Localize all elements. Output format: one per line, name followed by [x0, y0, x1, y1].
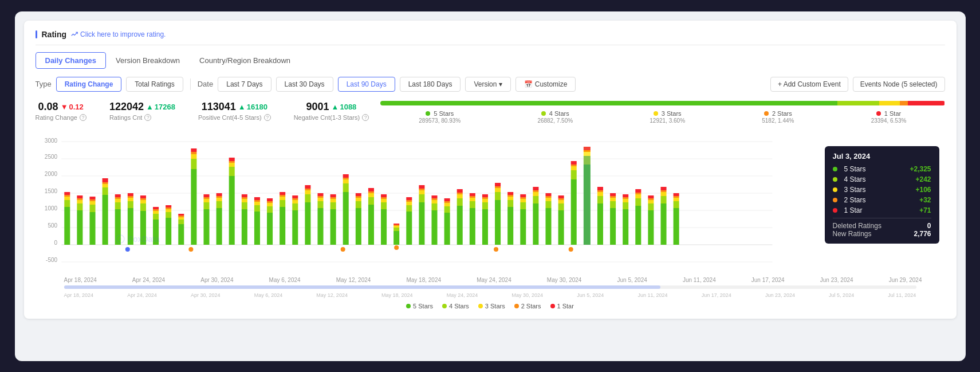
svg-rect-180: [469, 196, 475, 198]
svg-rect-219: [570, 166, 576, 170]
svg-rect-170: [444, 201, 450, 203]
customize-btn[interactable]: 📅 Customize: [515, 77, 576, 92]
svg-rect-259: [673, 198, 679, 201]
filter-row: Type Rating Change Total Ratings Date La…: [36, 77, 945, 92]
svg-rect-88: [241, 199, 247, 202]
svg-rect-211: [545, 193, 551, 196]
total-ratings-btn[interactable]: Total Ratings: [126, 77, 183, 92]
svg-rect-202: [533, 203, 538, 245]
svg-rect-109: [292, 198, 298, 200]
svg-rect-255: [660, 190, 666, 192]
svg-point-264: [494, 247, 498, 252]
svg-rect-126: [343, 192, 348, 245]
svg-rect-77: [216, 201, 222, 208]
svg-rect-141: [381, 209, 387, 245]
svg-rect-44: [127, 196, 133, 198]
svg-rect-105: [280, 192, 285, 195]
svg-rect-33: [102, 184, 108, 187]
svg-rect-135: [355, 193, 361, 196]
svg-rect-179: [469, 198, 475, 201]
stat-negative-cnt-value: 9001: [306, 101, 329, 113]
svg-rect-258: [673, 201, 679, 208]
2star-bar: [900, 101, 908, 105]
x-axis: Apr 18, 2024 Apr 24, 2024 Apr 30, 2024 M…: [36, 277, 945, 283]
svg-rect-214: [558, 200, 564, 203]
svg-rect-55: [153, 207, 159, 209]
svg-rect-30: [89, 197, 95, 199]
svg-rect-257: [673, 208, 679, 245]
tab-version-breakdown[interactable]: Version Breakdown: [106, 52, 190, 69]
svg-rect-176: [456, 189, 462, 193]
svg-rect-95: [254, 197, 259, 200]
svg-rect-204: [533, 192, 538, 196]
svg-rect-187: [495, 200, 501, 245]
legend-2star: 2 Stars: [514, 303, 541, 310]
svg-rect-24: [77, 198, 82, 200]
svg-rect-52: [153, 214, 159, 220]
last-30-days-btn[interactable]: Last 30 Days: [276, 77, 333, 92]
svg-rect-39: [115, 197, 120, 199]
svg-rect-94: [254, 200, 259, 202]
last-180-days-btn[interactable]: Last 180 Days: [400, 77, 461, 92]
version-btn[interactable]: Version ▾: [465, 77, 511, 92]
svg-rect-164: [431, 200, 437, 203]
svg-rect-207: [545, 208, 551, 245]
svg-rect-155: [406, 200, 412, 202]
svg-rect-60: [166, 205, 171, 207]
legend-1star-dot: [550, 304, 555, 308]
svg-rect-248: [648, 203, 654, 210]
svg-rect-107: [292, 203, 298, 210]
svg-rect-240: [623, 197, 628, 199]
svg-rect-144: [381, 197, 387, 199]
events-node-btn[interactable]: Events Node (5 selected): [853, 77, 945, 92]
svg-rect-125: [330, 194, 336, 197]
rating-stars-labels: 5 Stars 289573, 80.93% 4 Stars 26882, 7.…: [380, 110, 944, 124]
svg-rect-242: [635, 206, 641, 245]
legend-4star: 4 Stars: [442, 303, 469, 310]
svg-rect-64: [178, 216, 184, 217]
svg-rect-251: [648, 195, 654, 198]
stat-positive-cnt-value: 113041: [202, 101, 236, 113]
svg-rect-217: [570, 179, 576, 245]
svg-rect-177: [469, 208, 475, 245]
svg-rect-134: [355, 196, 361, 198]
svg-rect-42: [127, 201, 133, 208]
legend-3star: 3 Stars: [478, 303, 505, 310]
svg-rect-249: [648, 200, 654, 203]
svg-rect-174: [456, 194, 462, 198]
svg-text:F: F: [119, 237, 121, 242]
add-custom-event-btn[interactable]: + Add Custom Event: [770, 77, 848, 92]
last-90-days-btn[interactable]: Last 90 Days: [338, 77, 395, 92]
scroll-bar-area[interactable]: [64, 285, 916, 289]
svg-rect-115: [305, 185, 310, 189]
rating-change-btn[interactable]: Rating Change: [56, 77, 122, 92]
svg-rect-20: [64, 192, 70, 195]
svg-point-263: [340, 247, 345, 252]
card-panel: Rating Click here to improve rating. Dai…: [24, 21, 957, 319]
tooltip-row-4star: 4 Stars +242: [833, 175, 931, 183]
svg-rect-72: [203, 202, 209, 209]
svg-rect-40: [115, 194, 120, 197]
last-7-days-btn[interactable]: Last 7 Days: [218, 77, 271, 92]
tab-country-region-breakdown[interactable]: Country/Region Breakdown: [190, 52, 300, 69]
svg-rect-167: [444, 213, 450, 245]
tooltip-box: Jul 3, 2024 5 Stars +2,325 4 Stars +242 …: [825, 146, 939, 244]
svg-text:1000: 1000: [44, 205, 57, 212]
improve-link[interactable]: Click here to improve rating.: [71, 30, 166, 38]
svg-rect-59: [166, 207, 171, 209]
svg-rect-93: [254, 202, 259, 205]
svg-rect-238: [623, 202, 628, 209]
tab-daily-changes[interactable]: Daily Changes: [36, 52, 107, 69]
svg-rect-261: [673, 193, 679, 196]
info-icon-2: ?: [264, 114, 271, 121]
scroll-thumb[interactable]: [64, 285, 661, 289]
svg-rect-91: [254, 212, 259, 245]
legend-row: 5 Stars 4 Stars 3 Stars 2 Stars 1 Star: [36, 303, 945, 310]
svg-rect-38: [115, 199, 120, 202]
svg-rect-138: [368, 193, 373, 197]
svg-rect-117: [317, 201, 323, 208]
svg-rect-28: [89, 201, 95, 205]
tooltip-3star-dot: [833, 187, 837, 192]
svg-rect-133: [355, 198, 361, 201]
svg-rect-237: [623, 209, 628, 245]
